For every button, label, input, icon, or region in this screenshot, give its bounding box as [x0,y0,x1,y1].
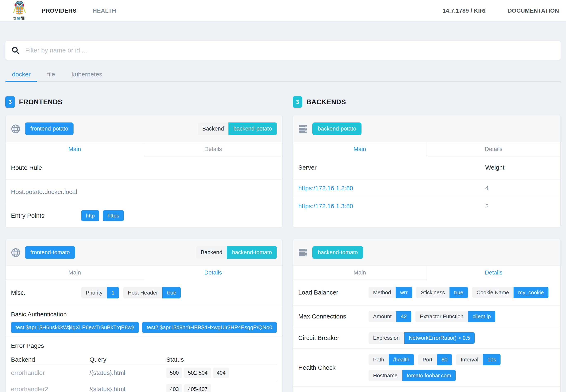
kv-key: Stickiness [416,287,450,298]
card-tabs: Main Details [6,266,282,280]
server-url-link[interactable]: https:/172.16.1.2:80 [298,185,485,192]
search-input[interactable] [25,47,555,54]
tab-details[interactable]: Details [427,266,560,280]
card-tabs: Main Details [293,266,560,280]
priority-pill: Priority 1 [81,287,119,298]
tab-main[interactable]: Main [293,142,427,156]
frontend-name-pill: frontend-tomato [25,246,75,259]
kv-key: Hostname [368,370,402,381]
kv-value: true [162,287,181,298]
backend-ref-value: backend-tomato [227,246,277,259]
tab-file[interactable]: file [41,69,62,81]
col-weight: Weight [485,164,555,171]
error-page-row: errorhandler2 /{status}.html 403 405-407 [11,381,277,392]
server-url-link[interactable]: https:/172.16.1.3:80 [298,203,485,210]
card-tabs: Main Details [293,142,560,156]
provider-tabs: docker file kubernetes [5,69,561,82]
kv-key: Path [368,354,389,365]
backend-potato-card: backend-potato Main Details Server Weigh… [293,115,561,227]
expression-pill: Expression NetworkErrorRatio() > 0.5 [368,332,475,344]
method-pill: Method wrr [368,287,412,298]
route-rule-value-row: Host:potato.docker.local [6,180,282,204]
server-row: https:/172.16.1.2:80 4 [293,180,560,197]
route-rule-value: Host:potato.docker.local [11,188,77,195]
frontends-title: FRONTENDS [19,98,63,106]
stickiness-pill: Stickiness true [416,287,468,298]
backend-ref-label: Backend [196,246,227,259]
servers-icon [298,248,308,257]
backend-tomato-card: backend-tomato Main Details Load Balance… [293,239,561,392]
entry-point-pill: http [81,210,99,221]
col-server: Server [298,164,485,171]
circuit-breaker-row: Circuit Breaker Expression NetworkErrorR… [293,327,560,349]
error-query: /{status}.html [89,369,166,376]
kv-value: tomato.foobar.com [402,370,456,381]
backends-column: 3 BACKENDS backend-potato [293,96,561,392]
status-badge: 403 [166,384,182,392]
error-backend: errorhandler2 [11,386,89,392]
circuit-breaker-label: Circuit Breaker [298,334,368,341]
max-connections-label: Max Connections [298,313,368,320]
basic-auth-hash-pill: test2:$apr1$d9hr9HBB$4HxwgUir3HP4EsggP/Q… [142,322,277,333]
tab-main[interactable]: Main [6,266,144,280]
interval-pill: Interval 10s [456,354,500,365]
frontend-tomato-card: frontend-tomato Backend backend-tomato M… [5,239,282,392]
backend-name-pill: backend-potato [312,123,362,135]
card-header: frontend-potato Backend backend-potato [6,115,282,142]
kv-value: /health [389,354,414,365]
path-pill: Path /health [368,354,414,365]
kv-key: Method [368,287,396,298]
kv-key: Expression [368,332,404,344]
col-status: Status [166,356,277,363]
kv-value: true [450,287,468,298]
tab-kubernetes[interactable]: kubernetes [65,69,109,81]
kv-value: 42 [396,311,411,322]
health-check-row: Health Check Path /health Port 80 Interv… [293,349,560,386]
entry-points-label: Entry Points [11,212,81,219]
max-connections-row: Max Connections Amount 42 Extractor Func… [293,306,560,327]
globe-icon [11,124,20,134]
error-query: /{status}.html [89,386,166,392]
port-pill: Port 80 [418,354,452,365]
frontend-potato-card: frontend-potato Backend backend-potato M… [5,115,282,227]
frontend-name-pill: frontend-potato [25,123,73,135]
backend-name-pill: backend-tomato [312,246,363,259]
nav-links: PROVIDERS HEALTH [42,7,116,14]
kv-key: Amount [368,311,396,322]
basic-auth-label: Basic Authentication [11,311,277,318]
kv-key: Priority [81,287,107,298]
search-bar [5,41,561,60]
traefik-logo[interactable]: træfik [7,0,32,21]
kv-key: Extractor Function [415,311,468,322]
logo-wordmark: træfik [14,16,25,21]
status-badge: 405-407 [184,384,211,392]
version-label: 14.7.1789 / KIRI [443,7,486,14]
tab-details[interactable]: Details [427,142,560,156]
backends-title: BACKENDS [306,98,346,106]
error-backend: errorhandler [11,369,89,376]
nav-link-documentation[interactable]: DOCUMENTATION [508,7,559,14]
kv-value: my_cookie [513,287,548,298]
tab-details[interactable]: Details [144,266,282,280]
error-pages-label: Error Pages [11,342,277,349]
backend-ref[interactable]: Backend backend-tomato [196,246,277,259]
tab-main[interactable]: Main [6,142,144,156]
error-page-row: errorhandler /{status}.html 500 502-504 … [11,365,277,381]
tab-docker[interactable]: docker [5,69,37,81]
card-tabs: Main Details [6,142,282,156]
backends-count-badge: 3 [293,96,302,108]
amount-pill: Amount 42 [368,311,411,322]
backend-ref[interactable]: Backend backend-potato [198,123,277,135]
tab-details[interactable]: Details [144,142,282,156]
frontends-count-badge: 3 [5,96,15,108]
entry-points-row: Entry Points http https [6,204,282,227]
nav-link-health[interactable]: HEALTH [93,7,116,14]
tab-main[interactable]: Main [293,266,427,280]
nav-link-providers[interactable]: PROVIDERS [42,7,77,14]
col-query: Query [89,356,166,363]
entry-point-pill: https [103,210,124,221]
kv-key: Host Header [123,287,162,298]
route-rule-label: Route Rule [11,164,42,171]
backend-ref-label: Backend [198,123,228,135]
status-badge: 502-504 [184,368,211,378]
